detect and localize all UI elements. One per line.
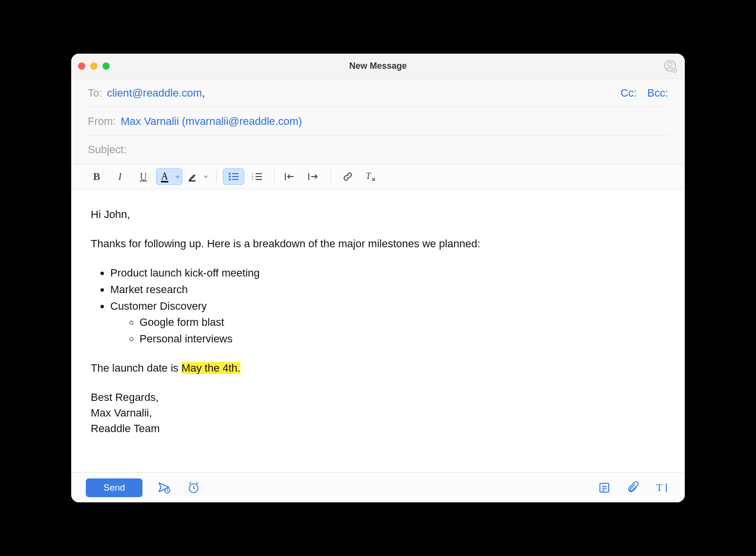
font-color-letter-icon: A xyxy=(161,171,168,182)
body-bullets: Product launch kick-off meeting Market r… xyxy=(96,265,665,347)
subject-label: Subject: xyxy=(88,143,127,156)
svg-point-8 xyxy=(229,179,231,180)
add-contact-button[interactable] xyxy=(663,59,678,74)
attach-button[interactable] xyxy=(626,480,641,495)
close-window-button[interactable] xyxy=(78,62,85,70)
link-button[interactable] xyxy=(337,168,358,185)
list-item: Personal interviews xyxy=(139,331,665,347)
list-item: Market research xyxy=(110,282,665,298)
numbered-list-button[interactable]: 1 2 3 xyxy=(246,168,268,185)
from-label: From: xyxy=(88,115,116,128)
from-value[interactable]: Max Varnalii (mvarnalii@readdle.com) xyxy=(120,115,302,128)
body-launch-line: The launch date is May the 4th. xyxy=(91,360,665,376)
window-controls xyxy=(78,62,110,70)
body-intro: Thanks for following up. Here is a break… xyxy=(91,236,665,252)
paperclip-icon xyxy=(628,481,639,494)
body-sub-bullets: Google form blast Personal interviews xyxy=(110,315,665,347)
clear-format-icon: T xyxy=(366,172,377,181)
svg-rect-15 xyxy=(256,179,262,180)
svg-point-1 xyxy=(668,62,672,66)
send-later-icon xyxy=(158,482,171,494)
svg-rect-23 xyxy=(666,483,667,492)
link-icon xyxy=(342,171,353,182)
svg-point-6 xyxy=(229,176,231,178)
signature-line: Best Regards, xyxy=(91,390,665,405)
titlebar: New Message xyxy=(71,54,685,79)
svg-rect-16 xyxy=(285,173,286,180)
separator xyxy=(274,170,274,183)
signature-line: Max Varnalii, xyxy=(91,405,665,421)
clear-format-button[interactable]: T xyxy=(360,168,382,185)
separator xyxy=(331,170,331,183)
numbered-list-icon: 1 2 3 xyxy=(252,172,262,181)
svg-text:T: T xyxy=(366,172,372,181)
svg-rect-17 xyxy=(308,173,309,180)
highlight-color-control xyxy=(184,168,211,185)
list-item-label: Customer Discovery xyxy=(110,300,207,312)
highlight-dropdown[interactable] xyxy=(201,168,211,185)
to-value[interactable]: client@readdle.com, xyxy=(107,87,205,99)
svg-rect-11 xyxy=(256,173,262,174)
underline-button[interactable]: U xyxy=(133,168,154,185)
send-button[interactable]: Send xyxy=(86,478,142,497)
italic-button[interactable]: I xyxy=(109,168,131,185)
template-icon xyxy=(598,482,610,494)
cc-button[interactable]: Cc: xyxy=(620,87,637,99)
person-add-icon xyxy=(664,60,677,73)
compose-footer: Send xyxy=(71,472,685,502)
highlighter-icon xyxy=(187,171,198,182)
svg-point-4 xyxy=(229,173,231,175)
launch-prefix: The launch date is xyxy=(91,362,181,374)
text-cursor-icon: T xyxy=(656,482,670,493)
svg-rect-7 xyxy=(232,176,239,177)
indent-icon xyxy=(308,173,320,180)
indent-button[interactable] xyxy=(303,168,325,185)
subject-row[interactable]: Subject: xyxy=(88,136,668,164)
svg-text:T: T xyxy=(656,482,663,493)
alarm-clock-icon xyxy=(187,481,200,494)
bold-button[interactable]: B xyxy=(86,168,107,185)
font-color-control: A xyxy=(156,168,182,185)
bullet-list-button[interactable] xyxy=(223,168,244,185)
format-toolbar: B I U A xyxy=(71,164,685,189)
svg-rect-3 xyxy=(189,180,196,181)
svg-rect-13 xyxy=(256,176,262,177)
svg-text:3: 3 xyxy=(252,178,253,181)
signature-line: Readdle Team xyxy=(91,421,665,437)
to-row[interactable]: To: client@readdle.com, Cc: Bcc: xyxy=(88,79,668,107)
svg-rect-9 xyxy=(232,179,239,180)
outdent-icon xyxy=(285,173,297,180)
send-later-button[interactable] xyxy=(157,480,172,495)
font-color-dropdown[interactable] xyxy=(173,168,182,185)
template-button[interactable] xyxy=(597,480,612,495)
minimize-window-button[interactable] xyxy=(90,62,98,70)
separator xyxy=(217,170,217,183)
highlight-button[interactable] xyxy=(184,168,201,185)
toggle-format-button[interactable]: T xyxy=(656,480,670,495)
font-color-button[interactable]: A xyxy=(156,168,173,185)
chevron-down-icon xyxy=(203,175,208,178)
message-body[interactable]: Hi John, Thanks for following up. Here i… xyxy=(71,189,685,472)
bullet-list-icon xyxy=(228,172,239,181)
to-label: To: xyxy=(88,87,102,99)
list-item: Product launch kick-off meeting xyxy=(110,265,665,281)
chevron-down-icon xyxy=(175,175,180,178)
body-greeting: Hi John, xyxy=(91,207,665,222)
outdent-button[interactable] xyxy=(280,168,301,185)
compose-window: New Message To: client@readdle.com, Cc: … xyxy=(71,54,685,502)
svg-rect-5 xyxy=(232,173,239,174)
bcc-button[interactable]: Bcc: xyxy=(647,87,668,99)
maximize-window-button[interactable] xyxy=(102,62,110,70)
list-item: Google form blast xyxy=(139,315,665,330)
list-item: Customer Discovery Google form blast Per… xyxy=(110,298,665,347)
window-title: New Message xyxy=(71,61,685,71)
launch-date-highlight: May the 4th. xyxy=(181,362,240,374)
from-row[interactable]: From: Max Varnalii (mvarnalii@readdle.co… xyxy=(88,107,668,136)
header-fields: To: client@readdle.com, Cc: Bcc: From: M… xyxy=(71,79,685,164)
reminder-button[interactable] xyxy=(186,480,201,495)
